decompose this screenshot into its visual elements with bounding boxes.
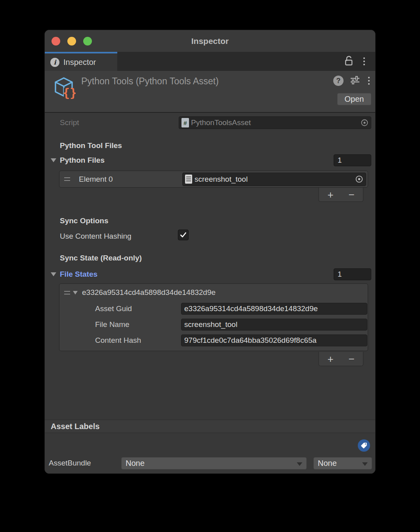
checkmark-icon bbox=[179, 231, 187, 239]
foldout-open-icon[interactable] bbox=[51, 272, 56, 276]
asset-bundle-label: AssetBundle bbox=[49, 459, 91, 467]
asset-labels-band: Asset Labels bbox=[45, 420, 375, 433]
use-content-hashing-label: Use Content Hashing bbox=[60, 232, 132, 241]
chevron-down-icon bbox=[362, 462, 368, 466]
foldout-open-icon[interactable] bbox=[51, 158, 56, 162]
close-window-icon[interactable] bbox=[52, 37, 60, 46]
asset-guid-value: e3326a95314cd4a5898d34de14832d9e bbox=[184, 304, 318, 313]
file-states-label: File States bbox=[60, 270, 97, 279]
asset-bundle-variant-dropdown[interactable]: None bbox=[313, 457, 372, 469]
python-files-foldout[interactable]: Python Files 1 bbox=[51, 154, 371, 167]
asset-footer: AssetBundle None None bbox=[45, 433, 375, 473]
element0-label: Element 0 bbox=[79, 175, 113, 184]
asset-header: {} Python Tools (Python Tools Asset) ? O… bbox=[45, 71, 375, 113]
file-name-value: screenshot_tool bbox=[184, 320, 237, 329]
traffic-lights bbox=[52, 30, 92, 52]
add-element-button[interactable]: + bbox=[321, 190, 340, 200]
content-hash-value: 979cf1cde0c7da64bba35026d69f8c65a bbox=[184, 336, 317, 345]
lock-icon[interactable] bbox=[344, 55, 354, 67]
asset-bundle-row: AssetBundle None None bbox=[49, 457, 371, 469]
add-element-button[interactable]: + bbox=[321, 354, 340, 364]
open-button[interactable]: Open bbox=[337, 93, 371, 105]
asset-bundle-dropdown[interactable]: None bbox=[121, 457, 307, 469]
presets-icon[interactable] bbox=[349, 75, 361, 87]
tab-inspector[interactable]: i Inspector bbox=[45, 52, 117, 71]
file-state-guid-header: e3326a95314cd4a5898d34de14832d9e bbox=[82, 288, 216, 297]
sync-options-header: Sync Options bbox=[60, 217, 108, 225]
script-row: Script # PythonToolsAsset bbox=[60, 116, 371, 129]
asset-labels-header: Asset Labels bbox=[51, 422, 99, 431]
python-tools-asset-icon: {} bbox=[53, 76, 76, 101]
file-name-field[interactable]: screenshot_tool bbox=[181, 319, 367, 331]
script-object-field[interactable]: # PythonToolsAsset bbox=[179, 116, 371, 129]
file-states-list: e3326a95314cd4a5898d34de14832d9e Asset G… bbox=[59, 283, 368, 351]
tab-label: Inspector bbox=[63, 58, 96, 67]
svg-text:{}: {} bbox=[63, 86, 76, 99]
script-label: Script bbox=[60, 118, 79, 127]
asset-bundle-value: None bbox=[126, 459, 145, 468]
inspector-body: Script # PythonToolsAsset Python Tool Fi… bbox=[45, 113, 375, 420]
drag-handle-icon[interactable] bbox=[64, 177, 70, 181]
tab-bar: i Inspector bbox=[45, 52, 375, 71]
element0-value: screenshot_tool bbox=[195, 175, 248, 184]
remove-element-button[interactable]: − bbox=[342, 190, 361, 200]
file-states-count-field[interactable]: 1 bbox=[334, 268, 371, 280]
python-tool-files-header: Python Tool Files bbox=[60, 141, 122, 150]
drag-handle-icon[interactable] bbox=[64, 291, 70, 294]
tab-menu-kebab-icon[interactable] bbox=[362, 56, 367, 67]
sync-state-header: Sync State (Read-only) bbox=[60, 254, 142, 262]
python-files-list: Element 0 screenshot_tool bbox=[59, 171, 368, 188]
zoom-window-icon[interactable] bbox=[83, 37, 92, 46]
object-picker-icon[interactable] bbox=[358, 119, 371, 127]
inspector-window: Inspector i Inspector {} bbox=[44, 30, 376, 474]
python-files-list-footer: + − bbox=[319, 188, 363, 202]
content-hash-label: Content Hash bbox=[95, 336, 168, 345]
window-title: Inspector bbox=[191, 36, 229, 46]
info-icon: i bbox=[50, 58, 59, 67]
minimize-window-icon[interactable] bbox=[67, 37, 76, 46]
remove-element-button[interactable]: − bbox=[342, 354, 361, 364]
file-name-label: File Name bbox=[95, 320, 168, 329]
header-menu-kebab-icon[interactable] bbox=[367, 75, 371, 86]
window-titlebar[interactable]: Inspector bbox=[45, 30, 375, 52]
foldout-open-icon[interactable] bbox=[73, 291, 78, 294]
content-hash-field[interactable]: 979cf1cde0c7da64bba35026d69f8c65a bbox=[181, 334, 367, 346]
csharp-script-icon: # bbox=[181, 118, 189, 127]
help-icon[interactable]: ? bbox=[333, 76, 344, 86]
python-files-label: Python Files bbox=[60, 156, 105, 165]
element0-object-field[interactable]: screenshot_tool bbox=[182, 173, 366, 186]
asset-guid-label: Asset Guid bbox=[95, 304, 168, 313]
asset-bundle-variant-value: None bbox=[318, 459, 337, 468]
asset-guid-field[interactable]: e3326a95314cd4a5898d34de14832d9e bbox=[181, 303, 367, 315]
asset-title: Python Tools (Python Tools Asset) bbox=[81, 76, 219, 87]
text-asset-icon bbox=[185, 175, 192, 184]
label-tag-icon[interactable] bbox=[358, 439, 370, 452]
file-state-entry-header[interactable]: e3326a95314cd4a5898d34de14832d9e bbox=[64, 287, 368, 298]
file-states-foldout[interactable]: File States 1 bbox=[51, 268, 371, 281]
use-content-hashing-checkbox[interactable] bbox=[178, 230, 189, 240]
file-states-list-footer: + − bbox=[319, 352, 363, 366]
python-files-count-field[interactable]: 1 bbox=[334, 154, 371, 166]
object-picker-icon[interactable] bbox=[353, 175, 366, 183]
chevron-down-icon bbox=[297, 462, 302, 466]
script-field-value: PythonToolsAsset bbox=[191, 118, 251, 127]
